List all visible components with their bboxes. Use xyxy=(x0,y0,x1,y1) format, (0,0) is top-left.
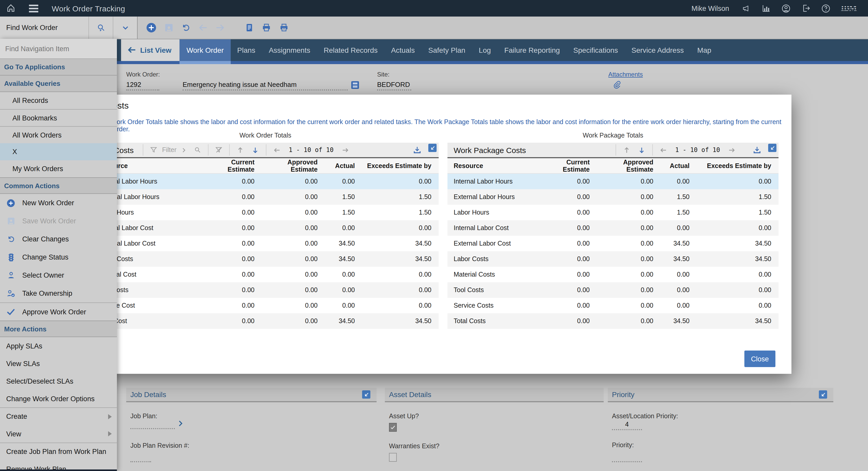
close-button[interactable]: Close xyxy=(744,350,775,367)
long-description-icon[interactable] xyxy=(351,81,359,89)
previous-page-icon[interactable] xyxy=(273,146,281,154)
reports-icon[interactable] xyxy=(761,4,771,13)
profile-icon[interactable] xyxy=(781,3,790,13)
warranties-exist-checkbox[interactable] xyxy=(389,453,397,462)
work-order-number-field[interactable]: 1292 xyxy=(126,81,159,91)
next-page-icon[interactable] xyxy=(341,146,349,154)
job-plan-revision-field[interactable] xyxy=(130,453,151,462)
new-record-icon[interactable] xyxy=(146,22,157,33)
tab-assignments[interactable]: Assignments xyxy=(262,39,317,64)
column-header[interactable]: Approved Estimate xyxy=(597,159,660,173)
sidebar-item-view[interactable]: View xyxy=(0,425,117,443)
sidebar-item-apply-slas[interactable]: Apply SLAs xyxy=(0,337,117,355)
sidebar-header-more-actions[interactable]: More Actions xyxy=(0,321,117,337)
sidebar-item-change-work-order-options[interactable]: Change Work Order Options xyxy=(0,390,117,407)
column-header[interactable]: Approved Estimate xyxy=(262,159,325,173)
search-button[interactable] xyxy=(89,16,113,39)
sidebar-item-select-deselect-slas[interactable]: Select/Deselect SLAs xyxy=(0,372,117,390)
next-row-icon[interactable] xyxy=(251,146,259,154)
table-row[interactable]: Labor Costs0.000.0034.5034.50 xyxy=(92,251,439,267)
priority-field[interactable] xyxy=(612,453,642,462)
table-row[interactable]: Service Cost0.000.000.000.00 xyxy=(92,298,439,313)
sidebar-item-all-work-orders[interactable]: All Work Orders xyxy=(0,126,117,143)
table-row[interactable]: Internal Labor Hours0.000.000.000.00 xyxy=(447,174,778,189)
work-order-description-field[interactable]: Emergency heating issue at Needham xyxy=(183,81,348,91)
print-icon[interactable] xyxy=(261,23,272,33)
sidebar-header-available-queries[interactable]: Available Queries xyxy=(0,75,117,92)
query-dropdown-button[interactable] xyxy=(113,16,137,39)
tab-related-records[interactable]: Related Records xyxy=(317,39,384,64)
sidebar-item-view-slas[interactable]: View SLAs xyxy=(0,355,117,372)
tab-log[interactable]: Log xyxy=(472,39,498,64)
download-icon[interactable] xyxy=(413,145,422,154)
attachments-link[interactable]: Attachments xyxy=(608,71,643,78)
minimize-panel-icon[interactable] xyxy=(819,390,827,399)
next-row-icon[interactable] xyxy=(638,146,646,154)
column-header[interactable]: Exceeds Estimate by xyxy=(697,162,778,169)
previous-page-icon[interactable] xyxy=(660,146,668,154)
sidebar-item-my-work-orders[interactable]: My Work Orders xyxy=(0,160,117,177)
table-row[interactable]: Internal Labor Cost0.000.000.000.00 xyxy=(92,220,439,236)
menu-icon[interactable] xyxy=(29,4,38,12)
tab-plans[interactable]: Plans xyxy=(230,39,262,64)
sidebar-item-new-work-order[interactable]: New Work Order xyxy=(0,194,117,212)
table-search-icon[interactable] xyxy=(194,146,201,154)
tab-map[interactable]: Map xyxy=(690,39,718,64)
table-row[interactable]: External Labor Hours0.000.001.501.50 xyxy=(447,189,778,205)
site-field[interactable]: BEDFORD xyxy=(377,81,411,91)
table-row[interactable]: Total Cost0.000.0034.5034.50 xyxy=(92,313,439,329)
table-row[interactable]: Material Cost0.000.000.000.00 xyxy=(92,267,439,282)
list-view-button[interactable]: List View xyxy=(121,39,180,64)
sign-out-icon[interactable] xyxy=(801,4,810,13)
minimize-panel-icon[interactable] xyxy=(362,390,370,399)
table-row[interactable]: Tool Costs0.000.000.000.00 xyxy=(92,282,439,298)
sidebar-item-remove-work-plan[interactable]: Remove Work Plan xyxy=(0,460,117,471)
tab-work-order[interactable]: Work Order xyxy=(180,39,230,64)
column-header[interactable]: Resource xyxy=(447,162,539,169)
sidebar-header-go-to[interactable]: Go To Applications xyxy=(0,59,117,75)
column-header[interactable]: Exceeds Estimate by xyxy=(362,162,439,169)
sidebar-header-common-actions[interactable]: Common Actions xyxy=(0,177,117,194)
download-icon[interactable] xyxy=(753,145,762,154)
filter-label[interactable]: Filter xyxy=(162,146,177,154)
column-header[interactable]: Current Estimate xyxy=(205,159,262,173)
column-header[interactable]: Actual xyxy=(660,162,697,169)
help-icon[interactable] xyxy=(821,3,831,13)
filter-chevron-icon[interactable] xyxy=(181,147,187,153)
sidebar-item-take-ownership[interactable]: Take Ownership xyxy=(0,284,117,302)
home-icon[interactable] xyxy=(6,4,16,13)
next-page-icon[interactable] xyxy=(728,146,736,154)
table-row[interactable]: Labor Costs0.000.0034.5034.50 xyxy=(447,251,778,267)
announcements-icon[interactable] xyxy=(742,4,751,13)
sidebar-item-all-bookmarks[interactable]: All Bookmarks xyxy=(0,109,117,126)
table-row[interactable]: Labor Hours0.000.001.501.50 xyxy=(447,205,778,220)
table-row[interactable]: External Labor Cost0.000.0034.5034.50 xyxy=(92,236,439,251)
run-reports-icon[interactable] xyxy=(245,23,254,33)
sidebar-item-all-records[interactable]: All Records xyxy=(0,92,117,109)
sidebar-item-x[interactable]: X xyxy=(0,143,117,160)
sidebar-item-change-status[interactable]: Change Status xyxy=(0,248,117,266)
sidebar-item-create-job-plan-from-work-plan[interactable]: Create Job Plan from Work Plan xyxy=(0,443,117,460)
clear-filter-icon[interactable] xyxy=(215,146,222,154)
asset-up-checkbox[interactable] xyxy=(389,423,397,432)
minimize-table-icon[interactable] xyxy=(428,144,437,152)
sidebar-item-clear-changes[interactable]: Clear Changes xyxy=(0,230,117,248)
job-plan-field[interactable] xyxy=(130,420,175,429)
previous-row-icon[interactable] xyxy=(237,146,244,154)
column-header[interactable]: Current Estimate xyxy=(539,159,597,173)
clear-changes-icon[interactable] xyxy=(181,23,191,33)
table-row[interactable]: Service Costs0.000.000.000.00 xyxy=(447,298,778,313)
asset-location-priority-field[interactable]: 4 xyxy=(612,421,642,430)
find-work-order-input[interactable] xyxy=(0,23,89,32)
tab-safety-plan[interactable]: Safety Plan xyxy=(422,39,472,64)
table-row[interactable]: Labor Hours0.000.001.501.50 xyxy=(92,205,439,220)
tab-actuals[interactable]: Actuals xyxy=(384,39,422,64)
previous-row-icon[interactable] xyxy=(623,146,631,154)
filter-icon[interactable] xyxy=(150,146,157,154)
sidebar-item-select-owner[interactable]: Select Owner xyxy=(0,266,117,284)
tab-specifications[interactable]: Specifications xyxy=(567,39,625,64)
table-row[interactable]: External Labor Cost0.000.0034.5034.50 xyxy=(447,236,778,251)
table-row[interactable]: Internal Labor Cost0.000.000.000.00 xyxy=(447,220,778,236)
table-row[interactable]: External Labor Hours0.000.001.501.50 xyxy=(92,189,439,205)
tab-service-address[interactable]: Service Address xyxy=(625,39,690,64)
